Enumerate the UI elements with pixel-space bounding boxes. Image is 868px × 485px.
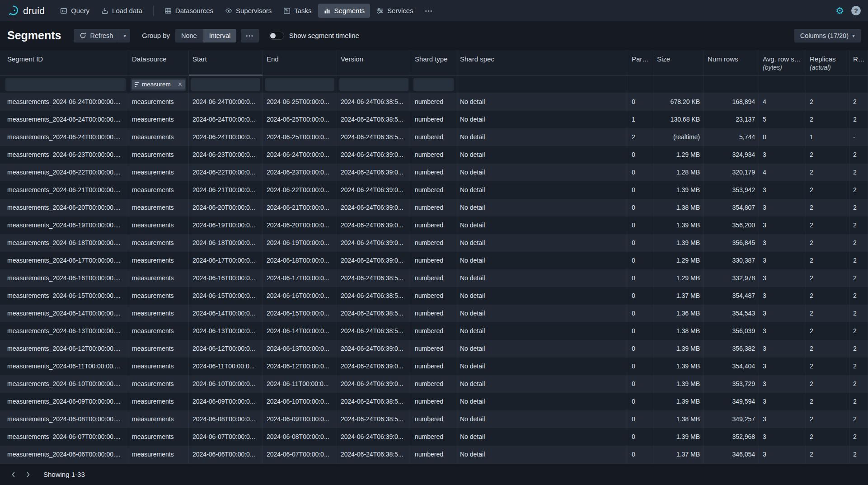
table-row[interactable]: measurements_2024-06-10T00:00:00....meas… (0, 375, 868, 393)
column-header-size[interactable]: Size (653, 50, 704, 75)
cell-size: 1.38 MB (653, 322, 704, 340)
group-by-interval-button[interactable]: Interval (203, 29, 237, 42)
cell-version: 2024-06-24T06:39:0... (337, 340, 411, 358)
cell-avg-row-size: 3 (759, 146, 806, 164)
cell-size: 1.38 MB (653, 410, 704, 428)
table-row[interactable]: measurements_2024-06-21T00:00:00....meas… (0, 181, 868, 199)
table-row[interactable]: measurements_2024-06-12T00:00:00....meas… (0, 340, 868, 358)
nav-item-load-data[interactable]: Load data (96, 4, 148, 18)
cell-replication-factor: 2 (849, 446, 868, 463)
column-label: Replication factor (853, 55, 864, 63)
next-page-button[interactable] (21, 467, 35, 482)
table-row[interactable]: measurements_2024-06-15T00:00:00....meas… (0, 287, 868, 305)
brand[interactable]: druid (7, 5, 45, 17)
nav-item-datasources[interactable]: Datasources (159, 4, 219, 18)
table-row[interactable]: measurements_2024-06-13T00:00:00....meas… (0, 322, 868, 340)
table-row[interactable]: measurements_2024-06-24T00:00:00....meas… (0, 128, 868, 146)
table-row[interactable]: measurements_2024-06-24T00:00:00....meas… (0, 93, 868, 111)
filter-cell-replication-factor (849, 76, 868, 93)
nav-item-tasks[interactable]: Tasks (278, 4, 317, 18)
cell-num-rows: 354,807 (704, 199, 759, 217)
filter-input-segment-id[interactable] (5, 78, 126, 91)
column-header-datasource[interactable]: Datasource (128, 50, 189, 75)
cell-partition: 0 (628, 181, 653, 199)
table-row[interactable]: measurements_2024-06-23T00:00:00....meas… (0, 146, 868, 164)
table-row[interactable]: measurements_2024-06-06T00:00:00....meas… (0, 446, 868, 463)
filter-input-shard-type[interactable] (413, 78, 454, 91)
cell-size: 1.39 MB (653, 217, 704, 234)
more-actions-button[interactable]: ••• (241, 29, 259, 42)
table-row[interactable]: measurements_2024-06-24T00:00:00....meas… (0, 111, 868, 128)
filter-tag-remove-icon[interactable]: × (176, 81, 182, 88)
chevron-down-icon: ▾ (123, 33, 126, 39)
table-row[interactable]: measurements_2024-06-19T00:00:00....meas… (0, 217, 868, 234)
cell-datasource: measurements (128, 322, 189, 340)
cell-avg-row-size: 3 (759, 305, 806, 322)
cell-replication-factor: 2 (849, 322, 868, 340)
column-header-partition[interactable]: Partition (628, 50, 653, 75)
filter-input-version[interactable] (339, 78, 408, 91)
table-row[interactable]: measurements_2024-06-18T00:00:00....meas… (0, 234, 868, 252)
cell-start: 2024-06-07T00:00:0... (189, 428, 263, 446)
prev-page-button[interactable] (6, 467, 21, 482)
refresh-button[interactable]: Refresh (74, 29, 119, 42)
cell-replication-factor: 2 (849, 410, 868, 428)
column-header-end[interactable]: End (263, 50, 337, 75)
table-row[interactable]: measurements_2024-06-09T00:00:00....meas… (0, 393, 868, 410)
nav-item-services[interactable]: Services (371, 4, 419, 18)
cell-size: 678.20 KB (653, 93, 704, 111)
cell-segment-id: measurements_2024-06-22T00:00:00.... (0, 164, 128, 181)
cell-end: 2024-06-25T00:00:0... (263, 111, 337, 128)
cell-start: 2024-06-17T00:00:0... (189, 252, 263, 269)
settings-gear-icon[interactable]: ⚙ (835, 6, 844, 15)
filter-input-datasource[interactable]: measurem× (131, 78, 186, 91)
column-sublabel: (actual) (810, 64, 845, 71)
table-row[interactable]: measurements_2024-06-16T00:00:00....meas… (0, 269, 868, 287)
column-header-shard-type[interactable]: Shard type (411, 50, 456, 75)
nav-items: Query Load data Datasources Supervisors … (55, 4, 438, 18)
table-row[interactable]: measurements_2024-06-20T00:00:00....meas… (0, 199, 868, 217)
nav-item-segments[interactable]: Segments (318, 4, 371, 18)
column-label: Start (192, 55, 259, 63)
nav-item-supervisors[interactable]: Supervisors (220, 4, 277, 18)
filter-input-start[interactable] (191, 78, 260, 91)
column-header-avg-row-size[interactable]: Avg. row size(bytes) (759, 50, 806, 75)
table-row[interactable]: measurements_2024-06-08T00:00:00....meas… (0, 410, 868, 428)
group-by-none-button[interactable]: None (175, 29, 203, 42)
column-header-num-rows[interactable]: Num rows (704, 50, 759, 75)
toolbar: Segments Refresh ▾ Group by None Interva… (0, 21, 868, 50)
nav-item-query[interactable]: Query (55, 4, 95, 18)
help-icon[interactable]: ? (851, 6, 861, 15)
filter-input-end[interactable] (265, 78, 334, 91)
cell-avg-row-size: 3 (759, 393, 806, 410)
table-row[interactable]: measurements_2024-06-17T00:00:00....meas… (0, 252, 868, 269)
cell-shard-type: numbered (411, 428, 456, 446)
datasource-filter-tag[interactable]: measurem× (132, 80, 185, 89)
table-row[interactable]: measurements_2024-06-22T00:00:00....meas… (0, 164, 868, 181)
brand-name: druid (23, 5, 45, 16)
cell-datasource: measurements (128, 199, 189, 217)
table-row[interactable]: measurements_2024-06-14T00:00:00....meas… (0, 305, 868, 322)
table-row[interactable]: measurements_2024-06-07T00:00:00....meas… (0, 428, 868, 446)
column-header-segment-id[interactable]: Segment ID (0, 50, 128, 75)
column-header-start[interactable]: Start (189, 50, 263, 75)
column-header-version[interactable]: Version (337, 50, 411, 75)
cell-start: 2024-06-06T00:00:0... (189, 446, 263, 463)
segment-timeline-toggle[interactable] (269, 32, 284, 40)
nav-label: Services (387, 7, 413, 14)
cell-segment-id: measurements_2024-06-24T00:00:00.... (0, 128, 128, 146)
nav-more-button[interactable]: ••• (420, 5, 439, 17)
column-header-replication-factor[interactable]: Replication factor (849, 50, 868, 75)
table-row[interactable]: measurements_2024-06-11T00:00:00....meas… (0, 358, 868, 375)
cell-segment-id: measurements_2024-06-06T00:00:00.... (0, 446, 128, 463)
filter-cell-start (189, 76, 263, 93)
cell-shard-type: numbered (411, 199, 456, 217)
refresh-dropdown-button[interactable]: ▾ (119, 29, 130, 42)
cell-num-rows: 356,382 (704, 340, 759, 358)
cell-start: 2024-06-09T00:00:0... (189, 393, 263, 410)
cell-replicas: 2 (806, 340, 849, 358)
columns-button[interactable]: Columns (17/20) ▾ (794, 29, 861, 42)
column-header-replicas[interactable]: Replicas(actual) (806, 50, 849, 75)
column-header-shard-spec[interactable]: Shard spec (456, 50, 628, 75)
filter-cell-size (653, 76, 704, 93)
